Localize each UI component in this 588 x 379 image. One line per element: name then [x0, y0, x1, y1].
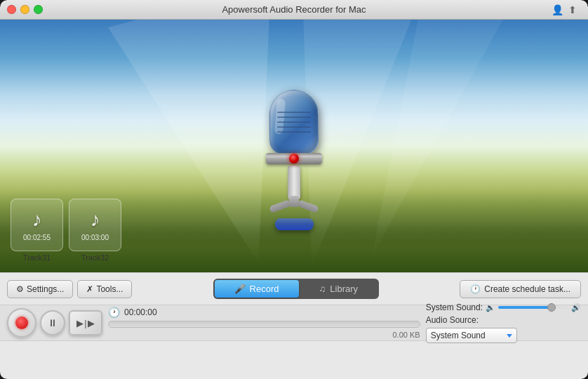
- audio-source-select-row: System Sound: [426, 328, 581, 343]
- title-bar-right-icons: 👤 ⬆: [552, 4, 580, 15]
- track-cards-container: ♪ 00:02:55 Track31 ♪ 00:03:00 Track32: [11, 199, 121, 262]
- mic-body: [288, 166, 300, 200]
- audio-source-label: Audio Source:: [426, 315, 479, 325]
- music-tab-icon: ♫: [319, 284, 326, 294]
- tab-library[interactable]: ♫ Library: [300, 280, 378, 298]
- mic-head: [269, 90, 319, 154]
- mic-grille-line: [277, 121, 311, 123]
- share-icon: ⬆: [568, 4, 580, 15]
- minimize-button[interactable]: [20, 5, 29, 14]
- progress-section: 🕐 00:00:00 0.00 KB: [108, 307, 420, 339]
- tab-record[interactable]: 🎤 Record: [215, 280, 299, 298]
- pause-button[interactable]: ⏸: [40, 310, 65, 335]
- volume-low-icon: 🔈: [486, 303, 495, 312]
- mic-tab-icon: 🎤: [234, 284, 246, 294]
- mic-base: [275, 218, 314, 230]
- close-button[interactable]: [7, 5, 16, 14]
- tools-icon: ✗: [86, 284, 93, 294]
- settings-button[interactable]: ⚙ Settings...: [7, 280, 73, 298]
- mic-grille-line: [277, 112, 311, 113]
- title-bar: Apowersoft Audio Recorder for Mac 👤 ⬆: [0, 0, 588, 20]
- track-time-1: 00:02:55: [23, 234, 51, 241]
- audio-source-dropdown[interactable]: System Sound: [426, 328, 517, 343]
- volume-slider[interactable]: [498, 306, 568, 309]
- tools-button[interactable]: ✗ Tools...: [77, 280, 132, 298]
- play-icon: ▶: [76, 318, 83, 328]
- skip-icon: |: [84, 318, 86, 328]
- mic-arm: [266, 196, 322, 216]
- forward-icon: ▶: [88, 318, 95, 328]
- settings-tools-group: ⚙ Settings... ✗ Tools...: [7, 280, 132, 298]
- control-buttons: ⏸ ▶ | ▶: [7, 308, 102, 338]
- tools-label: Tools...: [96, 284, 123, 294]
- clock-schedule-icon: 🕐: [470, 284, 481, 294]
- record-button[interactable]: [7, 308, 36, 338]
- track-name-1: Track31: [23, 253, 51, 262]
- app-title: Apowersoft Audio Recorder for Mac: [222, 4, 366, 15]
- settings-label: Settings...: [27, 284, 64, 294]
- progress-bar[interactable]: [108, 321, 420, 328]
- time-text: 00:00:00: [124, 307, 157, 317]
- maximize-button[interactable]: [34, 5, 43, 14]
- mic-red-dot: [289, 154, 299, 164]
- audio-settings-panel: System Sound: 🔈 🔊 Audio Source: System S…: [426, 302, 581, 343]
- file-size: 0.00 KB: [392, 331, 420, 339]
- window-controls: [7, 5, 43, 14]
- time-display: 🕐 00:00:00: [108, 307, 420, 318]
- record-dot-icon: [15, 317, 28, 329]
- schedule-button[interactable]: 🕐 Create schedule task...: [460, 280, 581, 298]
- audio-source-value: System Sound: [431, 331, 486, 340]
- play-skip-button[interactable]: ▶ | ▶: [69, 310, 102, 335]
- mic-arm-left: [269, 200, 291, 214]
- music-icon-2: ♪: [91, 208, 100, 231]
- mic-band: [266, 153, 322, 164]
- user-icon: 👤: [552, 4, 563, 15]
- mic-grille-line: [277, 126, 311, 128]
- tab-group: 🎤 Record ♫ Library: [138, 279, 454, 299]
- controls-bar: ⏸ ▶ | ▶ 🕐 00:00:00 0.00 KB Syste: [0, 305, 588, 341]
- track-name-2: Track32: [81, 253, 109, 262]
- music-icon-1: ♪: [32, 208, 42, 231]
- main-background: ♪ 00:02:55 Track31 ♪ 00:03:00 Track32: [0, 20, 588, 272]
- pause-icon: ⏸: [48, 317, 58, 328]
- tab-library-label: Library: [330, 284, 358, 294]
- track-card-2[interactable]: ♪ 00:03:00: [69, 199, 121, 251]
- system-sound-row: System Sound: 🔈 🔊: [426, 302, 581, 312]
- mic-grille: [277, 101, 311, 143]
- track-time-2: 00:03:00: [81, 234, 109, 241]
- tab-record-label: Record: [250, 284, 279, 294]
- track-card-1[interactable]: ♪ 00:02:55: [11, 199, 63, 251]
- mic-arm-right: [297, 200, 319, 214]
- dropdown-arrow-icon: [507, 334, 512, 338]
- schedule-label: Create schedule task...: [484, 284, 570, 294]
- volume-high-icon: 🔊: [571, 303, 581, 312]
- tab-bar: ⚙ Settings... ✗ Tools... 🎤 Record ♫ Libr…: [0, 273, 588, 305]
- tabs-inner: 🎤 Record ♫ Library: [213, 279, 379, 299]
- microphone-illustration: [252, 90, 336, 230]
- mic-grille-line: [277, 131, 311, 133]
- clock-icon: 🕐: [108, 307, 120, 318]
- gear-icon: ⚙: [16, 284, 24, 294]
- mic-grille-line: [277, 117, 311, 118]
- bottom-panel: ⚙ Settings... ✗ Tools... 🎤 Record ♫ Libr…: [0, 272, 588, 379]
- system-sound-label: System Sound:: [426, 302, 483, 312]
- audio-source-row: Audio Source:: [426, 315, 581, 325]
